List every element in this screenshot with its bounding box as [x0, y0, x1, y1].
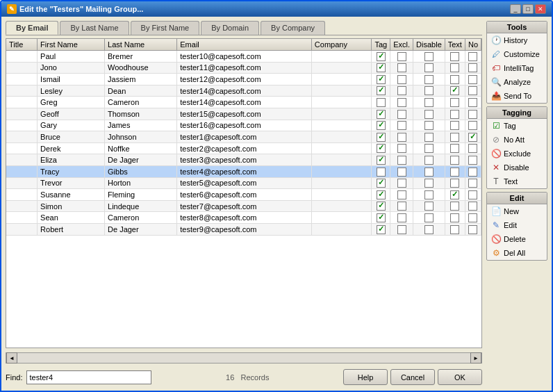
col-no[interactable]: No	[465, 39, 481, 51]
checkbox[interactable]	[397, 63, 406, 72]
checkbox[interactable]	[450, 75, 459, 84]
table-cell[interactable]	[390, 142, 413, 154]
table-cell[interactable]	[413, 165, 445, 177]
checkbox[interactable]	[424, 213, 434, 222]
checkbox[interactable]	[377, 121, 386, 130]
table-cell[interactable]	[465, 108, 481, 120]
sidebar-item-intellitag[interactable]: 🏷 IntelliTag	[487, 61, 547, 75]
sidebar-item-tag[interactable]: ☑ Tag	[487, 119, 547, 133]
checkbox[interactable]	[377, 75, 386, 84]
table-cell[interactable]	[445, 200, 465, 212]
checkbox[interactable]	[397, 86, 406, 95]
checkbox[interactable]	[424, 86, 434, 95]
table-cell[interactable]	[445, 120, 465, 131]
checkbox[interactable]	[450, 168, 459, 177]
tab-by-domain[interactable]: By Domain	[201, 21, 259, 35]
table-row[interactable]: SimonLindequetester7@capesoft.com	[6, 200, 481, 212]
checkbox[interactable]	[450, 110, 459, 119]
table-row[interactable]: TrevorHortontester5@capesoft.com	[6, 177, 481, 189]
checkbox[interactable]	[468, 190, 477, 199]
ok-button[interactable]: OK	[438, 369, 482, 385]
checkbox[interactable]	[450, 190, 459, 199]
checkbox[interactable]	[397, 190, 406, 199]
table-cell[interactable]	[465, 177, 481, 189]
table-cell[interactable]	[413, 154, 445, 166]
maximize-button[interactable]: □	[522, 4, 534, 14]
table-cell[interactable]	[465, 131, 481, 143]
checkbox[interactable]	[424, 63, 434, 72]
table-cell[interactable]	[390, 177, 413, 189]
table-cell[interactable]	[465, 85, 481, 97]
table-cell[interactable]	[390, 212, 413, 224]
checkbox[interactable]	[424, 133, 434, 142]
sidebar-item-noatt[interactable]: ⊘ No Att	[487, 133, 547, 147]
table-cell[interactable]	[372, 177, 390, 189]
checkbox[interactable]	[450, 202, 459, 211]
checkbox[interactable]	[424, 179, 434, 188]
table-cell[interactable]	[413, 97, 445, 108]
table-cell[interactable]	[465, 223, 481, 235]
sidebar-item-customize[interactable]: 🖊 Customize	[487, 47, 547, 61]
table-cell[interactable]	[413, 108, 445, 120]
checkbox[interactable]	[468, 63, 477, 72]
checkbox[interactable]	[397, 133, 406, 142]
checkbox[interactable]	[377, 86, 386, 95]
table-cell[interactable]	[413, 212, 445, 224]
table-row[interactable]: GeoffThomsontester15@capesoft.com	[6, 108, 481, 120]
col-email[interactable]: Email	[177, 39, 312, 51]
checkbox[interactable]	[450, 213, 459, 222]
checkbox[interactable]	[424, 202, 434, 211]
sidebar-item-new[interactable]: 📄 New	[487, 204, 547, 218]
table-cell[interactable]	[413, 189, 445, 201]
table-cell[interactable]	[413, 200, 445, 212]
table-cell[interactable]	[390, 97, 413, 108]
checkbox[interactable]	[377, 133, 386, 142]
checkbox[interactable]	[468, 52, 477, 61]
table-cell[interactable]	[445, 142, 465, 154]
table-cell[interactable]	[372, 51, 390, 63]
checkbox[interactable]	[468, 156, 477, 165]
col-company[interactable]: Company	[311, 39, 372, 51]
table-cell[interactable]	[465, 51, 481, 63]
checkbox[interactable]	[397, 213, 406, 222]
checkbox[interactable]	[377, 63, 386, 72]
checkbox[interactable]	[397, 110, 406, 119]
checkbox[interactable]	[468, 202, 477, 211]
table-row[interactable]: DerekNoffketester2@capesoft.com	[6, 142, 481, 154]
sidebar-item-disable[interactable]: ✕ Disable	[487, 161, 547, 174]
table-cell[interactable]	[445, 74, 465, 85]
col-tag[interactable]: Tag	[372, 39, 390, 51]
table-row[interactable]: SeanCamerontester8@capesoft.com	[6, 212, 481, 224]
checkbox[interactable]	[397, 98, 406, 107]
checkbox[interactable]	[450, 121, 459, 130]
checkbox[interactable]	[424, 225, 434, 234]
table-cell[interactable]	[413, 177, 445, 189]
table-row[interactable]: GaryJamestester16@capesoft.com	[6, 120, 481, 131]
sidebar-item-history[interactable]: 🕐 History	[487, 33, 547, 47]
checkbox[interactable]	[397, 156, 406, 165]
table-cell[interactable]	[445, 223, 465, 235]
table-cell[interactable]	[390, 120, 413, 131]
checkbox[interactable]	[468, 179, 477, 188]
checkbox[interactable]	[424, 121, 434, 130]
table-cell[interactable]	[372, 97, 390, 108]
sidebar-item-sendto[interactable]: 📤 Send To	[487, 89, 547, 103]
checkbox[interactable]	[450, 63, 459, 72]
scroll-right-button[interactable]: ►	[470, 352, 481, 364]
table-cell[interactable]	[445, 165, 465, 177]
table-cell[interactable]	[465, 154, 481, 166]
checkbox[interactable]	[424, 144, 434, 153]
table-cell[interactable]	[445, 108, 465, 120]
checkbox[interactable]	[468, 86, 477, 95]
table-row[interactable]: ElizaDe Jagertester3@capesoft.com	[6, 154, 481, 166]
checkbox[interactable]	[468, 133, 477, 142]
checkbox[interactable]	[468, 110, 477, 119]
scroll-left-button[interactable]: ◄	[6, 352, 17, 364]
table-cell[interactable]	[372, 131, 390, 143]
checkbox[interactable]	[450, 52, 459, 61]
table-cell[interactable]	[372, 62, 390, 74]
scroll-track[interactable]	[17, 353, 470, 363]
col-first-name[interactable]: First Name	[38, 39, 105, 51]
checkbox[interactable]	[424, 52, 434, 61]
checkbox[interactable]	[377, 202, 386, 211]
